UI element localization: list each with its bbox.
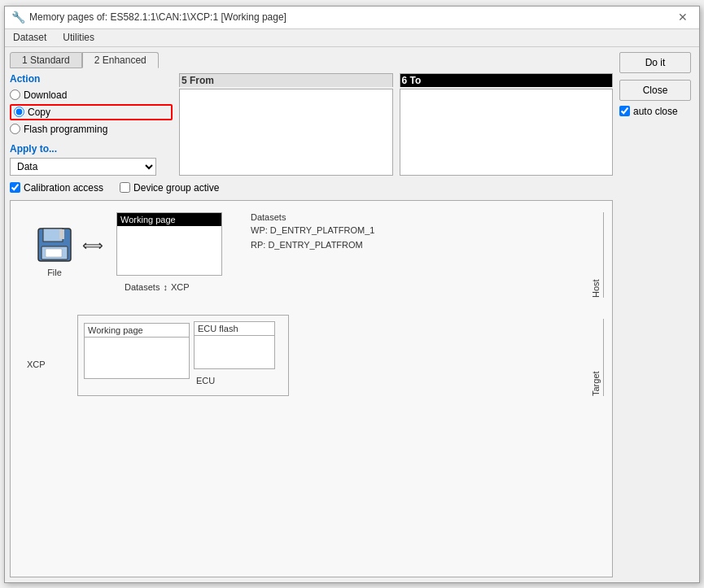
- working-page-host-body: [117, 226, 221, 275]
- radio-download[interactable]: Download: [10, 89, 173, 101]
- from-label: 5 From: [179, 73, 393, 87]
- radio-copy[interactable]: Copy: [10, 104, 173, 120]
- to-label: 6 To: [400, 73, 614, 87]
- svg-rect-2: [59, 229, 64, 239]
- left-controls: Action Download Copy Flash programming A…: [10, 73, 173, 176]
- menu-bar: Dataset Utilities: [5, 29, 699, 47]
- calibration-access-checkbox[interactable]: [10, 182, 20, 193]
- to-box: 6 To: [400, 73, 614, 176]
- diagram-area: File ⟺ Working page Datasets ↕ XCP Ho: [10, 200, 613, 577]
- window-icon: 🔧: [11, 11, 24, 24]
- do-it-button[interactable]: Do it: [619, 52, 691, 73]
- auto-close-checkbox[interactable]: [619, 106, 630, 116]
- target-label: Target: [591, 319, 604, 396]
- working-page-target-body: [85, 338, 189, 378]
- flash-radio[interactable]: [10, 124, 20, 134]
- menu-dataset[interactable]: Dataset: [8, 31, 51, 44]
- device-group-item: Device group active: [120, 182, 219, 194]
- close-window-button[interactable]: ✕: [673, 9, 693, 25]
- ecu-flash-body: [195, 336, 274, 368]
- calibration-access-label: Calibration access: [24, 182, 103, 194]
- content-area: 1 Standard 2 Enhanced Action Download C: [5, 47, 699, 582]
- datasets-xcp-label: Datasets ↕ XCP: [125, 282, 190, 292]
- radio-flash[interactable]: Flash programming: [10, 124, 173, 135]
- checkboxes-row: Calibration access Device group active: [10, 179, 613, 197]
- title-bar: 🔧 Memory pages of: ES582.1:1\CAN:1\XCP:1…: [5, 7, 699, 29]
- main-window: 🔧 Memory pages of: ES582.1:1\CAN:1\XCP:1…: [4, 6, 700, 583]
- svg-rect-4: [46, 249, 62, 257]
- close-button[interactable]: Close: [619, 80, 691, 101]
- working-page-host-box: Working page: [116, 212, 222, 276]
- rp-entry: RP: D_ENTRY_PLATFROM: [251, 240, 363, 250]
- apply-to-row: Data: [10, 158, 173, 176]
- window-title: Memory pages of: ES582.1:1\CAN:1\XCP:1 […: [29, 11, 286, 23]
- ecu-flash-header: ECU flash: [195, 322, 274, 336]
- device-group-label: Device group active: [133, 182, 219, 194]
- floppy-disk-icon: [35, 225, 74, 264]
- from-input[interactable]: [179, 89, 393, 176]
- tabs-row: 1 Standard 2 Enhanced: [10, 52, 613, 68]
- apply-to-label: Apply to...: [10, 143, 173, 155]
- host-label: Host: [591, 212, 604, 298]
- from-to-area: 5 From 6 To: [179, 73, 613, 176]
- calibration-access-item: Calibration access: [10, 182, 103, 194]
- copy-label: Copy: [28, 107, 50, 118]
- device-group-checkbox[interactable]: [120, 182, 130, 193]
- bidirectional-arrow: ⟺: [82, 237, 103, 255]
- ecu-label: ECU: [196, 376, 215, 385]
- tab-standard[interactable]: 1 Standard: [10, 52, 82, 68]
- apply-to-dropdown[interactable]: Data: [10, 158, 156, 176]
- copy-radio[interactable]: [14, 107, 24, 117]
- to-input[interactable]: [400, 89, 614, 176]
- menu-utilities[interactable]: Utilities: [58, 31, 99, 44]
- flash-label: Flash programming: [24, 124, 107, 135]
- download-label: Download: [24, 89, 67, 101]
- action-section: Action Download Copy Flash programming A…: [10, 73, 613, 176]
- tab-enhanced[interactable]: 2 Enhanced: [82, 52, 159, 68]
- working-page-host-header: Working page: [117, 213, 221, 226]
- working-page-target-header: Working page: [85, 324, 189, 338]
- datasets-right-label: Datasets: [251, 212, 286, 222]
- auto-close-row: auto close: [619, 106, 694, 117]
- ecu-flash-box: ECU flash: [194, 321, 275, 369]
- file-icon-area: File: [35, 225, 74, 277]
- main-panel: 1 Standard 2 Enhanced Action Download C: [5, 47, 618, 582]
- file-label: File: [47, 268, 62, 277]
- action-label: Action: [10, 73, 173, 85]
- auto-close-label: auto close: [633, 106, 678, 117]
- xcp-left-label: XCP: [27, 359, 46, 369]
- right-panel: Do it Close auto close: [618, 47, 699, 582]
- download-radio[interactable]: [10, 89, 20, 100]
- wp-entry: WP: D_ENTRY_PLATFROM_1: [251, 225, 374, 235]
- from-box: 5 From: [179, 73, 393, 176]
- working-page-target-box: Working page: [84, 323, 190, 379]
